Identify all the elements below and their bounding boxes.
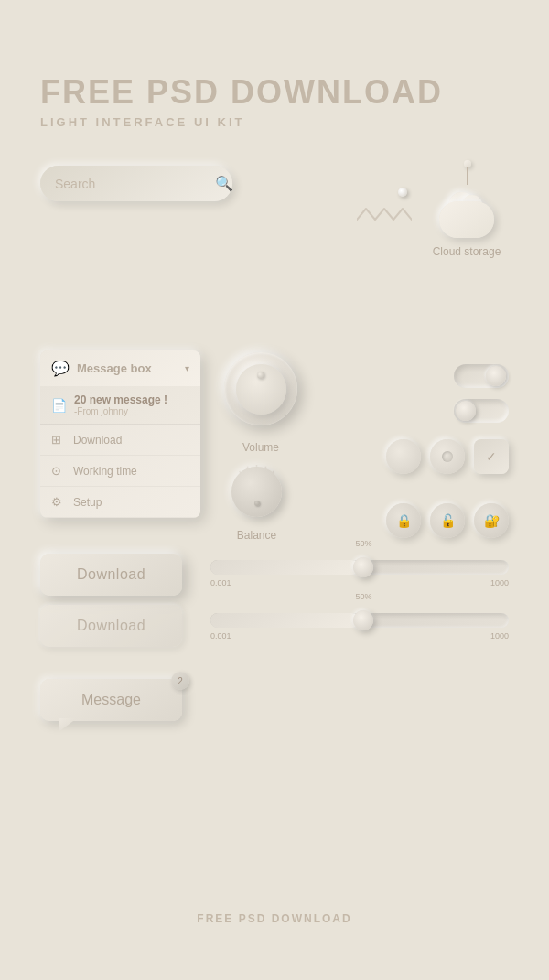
volume-knob[interactable] — [224, 352, 297, 425]
page-title: FREE PSD DOWNLOAD — [40, 73, 509, 112]
message-button[interactable]: Message 2 — [40, 679, 182, 721]
notif-title: 20 new message ! — [74, 393, 167, 406]
message-badge: 2 — [171, 672, 189, 690]
grid-icon: ⊞ — [51, 433, 66, 447]
toggle-switch-2[interactable] — [454, 399, 509, 423]
slider-track-1[interactable]: 50% — [210, 560, 509, 575]
cloud-icon — [430, 183, 503, 238]
lock-btn-2[interactable]: 🔓 — [430, 503, 465, 538]
slider-track-2[interactable]: 50% — [210, 613, 509, 628]
lock-buttons: 🔒 🔓 🔐 — [386, 503, 509, 538]
radio-btn-2[interactable] — [430, 439, 465, 474]
slider-1: 50% 0.001 1000 — [210, 560, 509, 587]
lock-alt-icon: 🔐 — [484, 513, 500, 528]
slider-percent-2: 50% — [355, 592, 371, 601]
slider-max-1: 1000 — [490, 578, 509, 587]
slider-min-2: 0.001 — [210, 631, 231, 641]
bubble-tail — [59, 718, 77, 732]
header: FREE PSD DOWNLOAD LIGHT INTERFACE UI KIT — [0, 0, 549, 156]
notif-subtitle: -From johnny — [74, 406, 167, 416]
menu-item-label: Setup — [73, 496, 102, 509]
toggle-thumb-1 — [486, 366, 506, 386]
pearl-decoration — [398, 188, 407, 197]
message-label: Message — [81, 692, 141, 707]
page-subtitle: LIGHT INTERFACE UI KIT — [40, 115, 509, 129]
menu-title: Message box — [77, 361, 185, 375]
balance-label: Balance — [237, 529, 276, 542]
lock-btn-1[interactable]: 🔒 — [386, 503, 421, 538]
message-icon: 💬 — [51, 360, 70, 377]
slider-percent-1: 50% — [355, 539, 371, 548]
sliders-section: 50% 0.001 1000 50% 0.001 1000 — [210, 560, 509, 666]
download-button-2[interactable]: Download — [40, 605, 182, 647]
slider-fill-2 — [210, 613, 360, 628]
slider-thumb-2[interactable]: 50% — [353, 610, 373, 630]
slider-fill-1 — [210, 560, 360, 575]
icons-grid: ✓ — [386, 439, 509, 474]
balance-knob-wrap — [227, 462, 286, 522]
lock-open-icon: 🔓 — [440, 513, 456, 528]
slider-2: 50% 0.001 1000 — [210, 613, 509, 641]
document-icon: 📄 — [51, 398, 67, 413]
footer-label: FREE PSD DOWNLOAD — [0, 912, 549, 925]
toggles-section — [454, 364, 509, 423]
settings-icon: ⚙ — [51, 495, 66, 509]
search-icon[interactable]: 🔍 — [215, 175, 233, 192]
menu-item-setup[interactable]: ⚙ Setup — [40, 487, 200, 518]
balance-control: Balance — [227, 462, 286, 542]
download-button-1[interactable]: Download — [40, 554, 182, 596]
cloud-storage-label: Cloud storage — [433, 245, 501, 258]
slider-max-2: 1000 — [490, 631, 509, 641]
lock-icon: 🔒 — [396, 513, 412, 528]
search-bar[interactable]: 🔍 — [40, 166, 232, 201]
radio-btn-1[interactable] — [386, 439, 421, 474]
clock-icon: ⊙ — [51, 464, 66, 478]
slider-thumb-1[interactable]: 50% — [353, 557, 373, 577]
menu-header[interactable]: 💬 Message box ▾ — [40, 350, 200, 386]
toggle-thumb-2 — [456, 401, 476, 421]
balance-knob[interactable] — [231, 467, 282, 517]
search-input[interactable] — [55, 177, 215, 191]
download-buttons: Download Download — [40, 554, 182, 647]
menu-item-download[interactable]: ⊞ Download — [40, 425, 200, 456]
knob-ticks — [220, 348, 302, 430]
volume-label: Volume — [242, 441, 279, 454]
zigzag-decoration — [357, 201, 412, 232]
menu-item-label: Working time — [73, 465, 137, 478]
slider-min-1: 0.001 — [210, 578, 231, 587]
menu-item-working[interactable]: ⊙ Working time — [40, 456, 200, 487]
check-icon: ✓ — [486, 449, 497, 464]
chevron-down-icon: ▾ — [185, 363, 189, 373]
volume-control: Volume — [220, 348, 302, 454]
notification-item[interactable]: 📄 20 new message ! -From johnny — [40, 386, 200, 425]
menu-item-label: Download — [73, 434, 122, 447]
check-btn[interactable]: ✓ — [474, 439, 509, 474]
message-button-wrap: Message 2 — [40, 679, 182, 721]
lock-btn-3[interactable]: 🔐 — [474, 503, 509, 538]
toggle-switch-1[interactable] — [454, 364, 509, 388]
cloud-storage-widget: Cloud storage — [430, 183, 503, 258]
menu-panel: 💬 Message box ▾ 📄 20 new message ! -From… — [40, 350, 200, 518]
